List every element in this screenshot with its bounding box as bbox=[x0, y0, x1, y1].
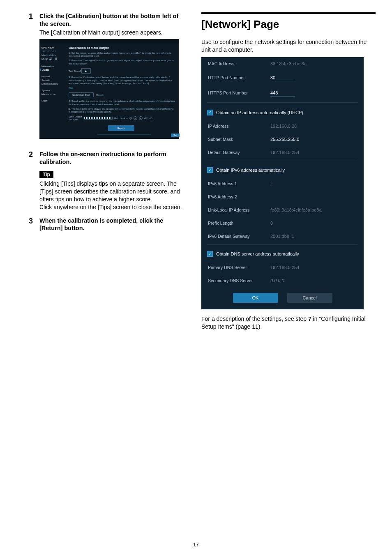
app-mute-row: Mute 🔊 🎚 bbox=[42, 58, 64, 61]
gain-limit-lamp bbox=[129, 117, 132, 120]
tips-link[interactable]: Tips bbox=[69, 87, 73, 89]
primary-dns-label: Primary DNS Server bbox=[208, 265, 265, 270]
tip-text-2: Click anywhere on the [Tips] screen to c… bbox=[39, 203, 185, 211]
secondary-dns-value: 0.0.0.0 bbox=[270, 278, 284, 283]
ipv6-addr1-value: :: bbox=[270, 181, 273, 186]
ipv6-auto-checkbox[interactable]: ✓ bbox=[207, 167, 213, 173]
app-step3-text: 3. Press the "Calibration start" button … bbox=[69, 76, 175, 85]
subnet-mask-value: 255.255.255.0 bbox=[270, 137, 299, 142]
primary-dns-value: 192.168.0.254 bbox=[270, 265, 299, 270]
default-gateway-label: Default Gateway bbox=[208, 150, 265, 155]
mac-address-label: MAC Address bbox=[208, 61, 265, 66]
calibration-screenshot: MAS-A100 192.168.0.28 Music: Active Mute… bbox=[39, 39, 179, 139]
step-number-3: 3 bbox=[29, 217, 35, 233]
meter-label-2: Mic Gain bbox=[69, 118, 82, 121]
ipv6-gateway-label: IPv6 Default Gateway bbox=[208, 234, 265, 239]
after-text: For a description of the settings, see s… bbox=[201, 315, 376, 331]
http-port-label: HTTP Port Number bbox=[208, 75, 265, 80]
step-1-sub: The [Calibration of Main output] screen … bbox=[39, 29, 185, 37]
http-port-input[interactable]: 80 bbox=[270, 74, 295, 81]
app-scrollbar[interactable] bbox=[97, 134, 151, 135]
sidebar-item-information[interactable]: Information bbox=[42, 65, 64, 67]
ip-address-label: IP Address bbox=[208, 124, 265, 129]
page-title: [Network] Page bbox=[201, 18, 376, 31]
sidebar-item-system[interactable]: System bbox=[42, 89, 64, 92]
gain-unit: dB bbox=[149, 117, 152, 120]
dhcp-checkbox[interactable]: ✓ bbox=[207, 110, 213, 115]
cancel-button[interactable]: Cancel bbox=[287, 293, 332, 303]
set-chip[interactable]: Set bbox=[171, 134, 180, 137]
link-local-value: fe80::3a18:4cff:fe3a:be8a bbox=[270, 207, 322, 212]
gain-limit-label: Gain Limit is bbox=[114, 117, 128, 120]
ipv6-gateway-value: 2001:db8::1 bbox=[270, 234, 294, 239]
dns-head-label: Obtain DNS server address automatically bbox=[216, 251, 299, 256]
meter-label-1: Main Output bbox=[69, 115, 82, 118]
dhcp-head-label: Obtain an IP address automatically (DHCP… bbox=[216, 110, 303, 115]
ok-button[interactable]: OK bbox=[233, 293, 278, 303]
app-step5-text: 5. The Gain Limit lamp shows the speech … bbox=[69, 108, 175, 114]
secondary-dns-label: Secondary DNS Server bbox=[208, 278, 265, 283]
step-3-title: When the calibration is completed, click… bbox=[39, 217, 185, 233]
app-sidebar: MAS-A100 192.168.0.28 Music: Active Mute… bbox=[40, 44, 65, 139]
ip-address-value: 192.168.0.28 bbox=[270, 124, 297, 129]
lead-text: Use to configure the network settings fo… bbox=[201, 38, 376, 54]
network-settings-panel: MAC Address 38:18:4c:3a:be:8a HTTP Port … bbox=[201, 57, 364, 309]
tip-tag: Tip bbox=[39, 171, 53, 178]
https-port-input[interactable]: 443 bbox=[270, 90, 295, 97]
step-1-title: Click the [Calibration] button at the bo… bbox=[39, 12, 185, 28]
tip-text-1: Clicking [Tips] displays tips on a separ… bbox=[39, 180, 185, 203]
test-signal-play-button[interactable] bbox=[81, 68, 91, 74]
mic-gain-meter bbox=[84, 117, 113, 120]
return-button[interactable]: Return bbox=[108, 125, 134, 131]
default-gateway-value: 192.168.0.254 bbox=[270, 150, 299, 155]
ipv6-addr1-label: IPv6 Address 1 bbox=[208, 181, 265, 186]
app-step1-text: 1. Set the master volume of the audio sy… bbox=[69, 52, 175, 58]
ipv6-addr2-label: IPv6 Address 2 bbox=[208, 194, 265, 199]
section-rule bbox=[201, 12, 376, 14]
step-number-2: 2 bbox=[29, 150, 35, 211]
app-device: MAS-A100 bbox=[42, 46, 64, 49]
after-step-number: 7 bbox=[308, 315, 311, 322]
sidebar-item-maintenance[interactable]: Maintenance bbox=[42, 93, 64, 95]
prefix-length-label: Prefix Length bbox=[208, 221, 265, 226]
sidebar-item-network[interactable]: Network bbox=[42, 75, 64, 78]
https-port-label: HTTPS Port Number bbox=[208, 90, 265, 95]
result-label: Result: bbox=[96, 94, 104, 96]
dns-auto-checkbox[interactable]: ✓ bbox=[207, 251, 213, 257]
sidebar-item-security[interactable]: Security bbox=[42, 79, 64, 81]
ipv6-head-label: Obtain IPv6 address automatically bbox=[216, 168, 285, 173]
prefix-length-value: 0 bbox=[270, 221, 273, 226]
calibration-start-button[interactable]: Calibration Start bbox=[69, 92, 94, 97]
gain-value: -12 bbox=[144, 117, 148, 120]
gain-minus-button[interactable]: − bbox=[134, 116, 137, 120]
mac-address-value: 38:18:4c:3a:be:8a bbox=[270, 61, 307, 66]
step-2-title: Follow the on-screen instructions to per… bbox=[39, 150, 185, 166]
step-number-1: 1 bbox=[29, 12, 35, 145]
link-local-label: Link-Local IP Address bbox=[208, 207, 265, 212]
sidebar-item-legal[interactable]: Legal bbox=[42, 99, 64, 102]
page-number: 17 bbox=[0, 542, 392, 548]
sidebar-item-external-sound[interactable]: External Sound bbox=[42, 83, 64, 85]
app-ip-small: 192.168.0.28 bbox=[42, 50, 64, 53]
gain-plus-button[interactable]: + bbox=[139, 116, 143, 120]
app-heading: Calibration of Main output bbox=[69, 46, 175, 50]
subnet-mask-label: Subnet Mask bbox=[208, 137, 265, 142]
app-step2-text: 2. Press the "Test signal" button to gen… bbox=[69, 59, 175, 66]
sidebar-item-audio[interactable]: Audio bbox=[40, 69, 64, 71]
test-signal-label: Test Signal bbox=[69, 70, 81, 72]
app-step4-text: 4. Speak within the capture range of the… bbox=[69, 100, 175, 106]
app-music-label: Music: Active bbox=[42, 54, 64, 56]
